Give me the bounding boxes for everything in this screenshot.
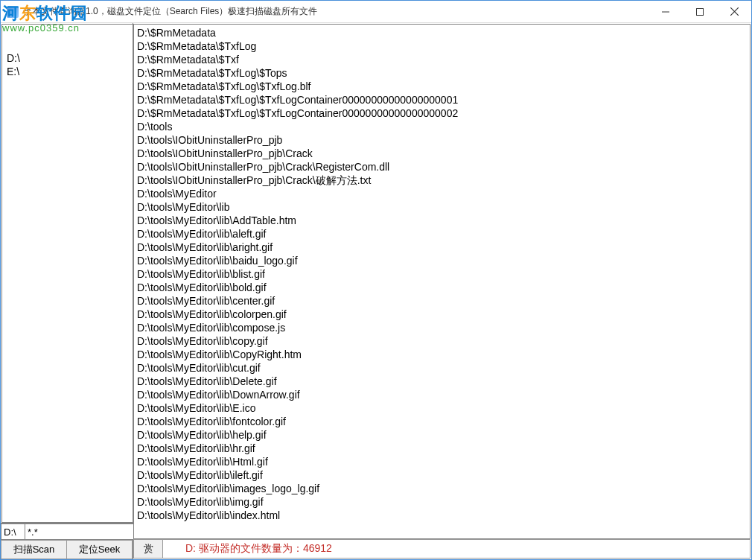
file-item[interactable]: D:\tools\MyEditor\lib\DownArrow.gif (137, 388, 747, 401)
file-item[interactable]: D:\$RmMetadata\$TxfLog\$TxfLog.blf (137, 80, 747, 93)
seek-button[interactable]: 定位Seek (66, 540, 133, 559)
file-item[interactable]: D:\tools\MyEditor\lib\CopyRight.htm (137, 348, 747, 361)
file-item[interactable]: D:\tools\IObitUninstallerPro_pjb\Crack (137, 147, 747, 160)
status-bar: D: 驱动器的文件数量为：46912 (163, 539, 751, 559)
file-item[interactable]: D:\tools\MyEditor\lib\E.ico (137, 401, 747, 415)
file-item[interactable]: D:\tools\MyEditor\lib\copy.gif (137, 334, 747, 348)
path-pattern-row (1, 523, 133, 540)
window-controls (649, 1, 751, 22)
file-item[interactable]: D:\tools\MyEditor\lib\help.gif (137, 428, 747, 442)
file-item[interactable]: D:\tools\MyEditor\lib\images_logo_lg.gif (137, 482, 747, 495)
right-panel: D:\$RmMetadataD:\$RmMetadata\$TxfLogD:\$… (133, 23, 751, 559)
file-item[interactable]: D:\tools\MyEditor\lib\bold.gif (137, 281, 747, 294)
file-item[interactable]: D:\tools\MyEditor\lib\Html.gif (137, 455, 747, 468)
left-buttons: 扫描Scan 定位Seek (1, 540, 133, 559)
path-input[interactable] (1, 524, 25, 540)
drive-item[interactable]: D:\ (5, 51, 130, 65)
file-item[interactable]: D:\tools\MyEditor\lib\img.gif (137, 495, 747, 509)
left-panel: D:\E:\ 扫描Scan 定位Seek (1, 23, 133, 559)
app-icon (7, 6, 19, 18)
drive-list[interactable]: D:\E:\ (1, 24, 133, 523)
file-item[interactable]: D:\tools\MyEditor (137, 187, 747, 200)
file-item[interactable]: D:\tools\MyEditor\lib\cut.gif (137, 361, 747, 375)
file-item[interactable]: D:\tools\MyEditor\lib\hr.gif (137, 442, 747, 455)
file-item[interactable]: D:\tools\MyEditor\lib\center.gif (137, 294, 747, 308)
file-item[interactable]: D:\tools\MyEditor\lib\compose.js (137, 321, 747, 334)
reward-button[interactable]: 赏 (133, 539, 163, 559)
file-item[interactable]: D:\tools\MyEditor\lib\baidu_logo.gif (137, 254, 747, 267)
file-list[interactable]: D:\$RmMetadataD:\$RmMetadata\$TxfLogD:\$… (133, 24, 751, 539)
close-icon (730, 7, 739, 16)
file-item[interactable]: D:\tools\IObitUninstallerPro_pjb\Crack\R… (137, 160, 747, 174)
scan-button[interactable]: 扫描Scan (1, 540, 66, 559)
drive-item[interactable]: E:\ (5, 65, 130, 78)
file-item[interactable]: D:\tools\MyEditor\lib\aright.gif (137, 241, 747, 254)
app-window: 李本文件查询器1.0，磁盘文件定位（Search Files）极速扫描磁盘所有文… (0, 0, 752, 560)
svg-rect-1 (697, 8, 704, 15)
file-item[interactable]: D:\$RmMetadata\$TxfLog\$TxfLogContainer0… (137, 106, 747, 120)
file-item[interactable]: D:\tools\MyEditor\lib\Delete.gif (137, 375, 747, 388)
window-title: 李本文件查询器1.0，磁盘文件定位（Search Files）极速扫描磁盘所有文… (23, 5, 649, 18)
file-item[interactable]: D:\tools\MyEditor\lib\aleft.gif (137, 227, 747, 241)
file-item[interactable]: D:\tools\IObitUninstallerPro_pjb\Crack\破… (137, 174, 747, 187)
close-button[interactable] (717, 1, 751, 22)
file-item[interactable]: D:\$RmMetadata\$TxfLog (137, 39, 747, 53)
file-item[interactable]: D:\tools\MyEditor\lib\index.html (137, 509, 747, 522)
file-item[interactable]: D:\$RmMetadata\$TxfLog\$Tops (137, 66, 747, 80)
minimize-button[interactable] (649, 1, 683, 22)
bottom-bar: 赏 D: 驱动器的文件数量为：46912 (133, 539, 751, 559)
titlebar: 李本文件查询器1.0，磁盘文件定位（Search Files）极速扫描磁盘所有文… (1, 1, 751, 23)
file-item[interactable]: D:\$RmMetadata\$TxfLog\$TxfLogContainer0… (137, 93, 747, 106)
file-item[interactable]: D:\tools (137, 120, 747, 133)
file-item[interactable]: D:\tools\IObitUninstallerPro_pjb (137, 133, 747, 147)
file-item[interactable]: D:\tools\MyEditor\lib\ileft.gif (137, 468, 747, 482)
file-item[interactable]: D:\tools\MyEditor\lib (137, 200, 747, 214)
file-item[interactable]: D:\$RmMetadata\$Txf (137, 53, 747, 66)
file-item[interactable]: D:\tools\MyEditor\lib\fontcolor.gif (137, 415, 747, 428)
maximize-button[interactable] (683, 1, 717, 22)
file-item[interactable]: D:\tools\MyEditor\lib\colorpen.gif (137, 308, 747, 321)
file-item[interactable]: D:\tools\MyEditor\lib\blist.gif (137, 267, 747, 281)
main-body: D:\E:\ 扫描Scan 定位Seek D:\$RmMetadataD:\$R… (1, 23, 751, 559)
file-item[interactable]: D:\tools\MyEditor\lib\AddTable.htm (137, 214, 747, 227)
file-item[interactable]: D:\$RmMetadata (137, 26, 747, 39)
minimize-icon (662, 8, 669, 16)
maximize-icon (696, 8, 704, 16)
